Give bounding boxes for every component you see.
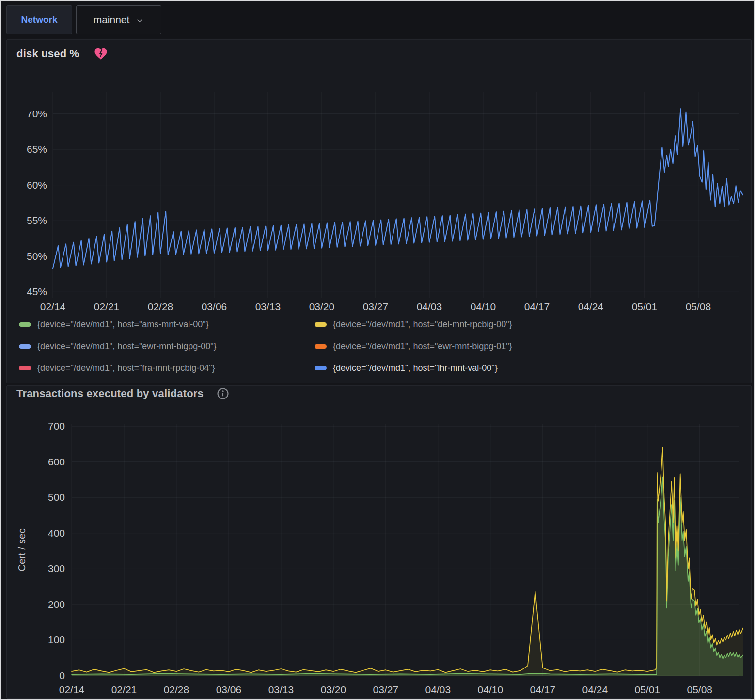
legend-item[interactable]: {device="/dev/md1", host="fra-mnt-rpcbig… xyxy=(19,361,315,375)
panel-tx-header: Transactions executed by validators xyxy=(16,387,230,400)
variable-value-text: mainnet xyxy=(94,14,130,26)
svg-text:05/08: 05/08 xyxy=(686,301,711,312)
svg-text:200: 200 xyxy=(48,599,65,610)
svg-text:02/28: 02/28 xyxy=(148,301,173,312)
svg-text:60%: 60% xyxy=(27,179,47,191)
series-line-{device="/dev/md1", host="lhr-mnt-val-00"} xyxy=(53,109,743,268)
svg-text:04/03: 04/03 xyxy=(425,684,451,695)
legend-series-marker xyxy=(315,344,327,349)
legend-series-marker xyxy=(19,344,31,349)
legend-series-label: {device="/dev/md1", host="lhr-mnt-val-00… xyxy=(333,363,498,373)
alert-broken-heart-icon[interactable] xyxy=(94,47,108,61)
legend-series-marker xyxy=(315,322,327,327)
series-line-yellow xyxy=(72,447,743,672)
svg-text:03/20: 03/20 xyxy=(309,301,335,312)
svg-text:03/13: 03/13 xyxy=(255,301,281,312)
legend-series-label: {device="/dev/md1", host="ewr-mnt-bigpg-… xyxy=(333,341,512,351)
svg-text:03/06: 03/06 xyxy=(202,301,227,312)
svg-text:02/14: 02/14 xyxy=(40,301,66,312)
svg-text:300: 300 xyxy=(48,563,65,574)
legend-item[interactable]: {device="/dev/md1", host="ams-mnt-val-00… xyxy=(19,317,315,332)
svg-text:02/21: 02/21 xyxy=(94,301,120,312)
svg-text:03/27: 03/27 xyxy=(363,301,389,312)
variable-label: Network xyxy=(6,5,72,34)
svg-text:02/14: 02/14 xyxy=(59,684,85,695)
svg-text:05/01: 05/01 xyxy=(632,301,658,312)
legend-series-label: {device="/dev/md1", host="del-mnt-rpcbig… xyxy=(333,319,512,330)
info-icon[interactable] xyxy=(216,387,230,400)
svg-text:02/21: 02/21 xyxy=(111,684,137,695)
svg-text:05/01: 05/01 xyxy=(635,684,661,695)
panel-disk-used: disk used % 02/1402/2102/2803/0603/1303/… xyxy=(6,39,752,383)
panel-transactions: Transactions executed by validators Cert… xyxy=(6,385,752,699)
svg-text:04/24: 04/24 xyxy=(578,301,604,312)
svg-text:04/17: 04/17 xyxy=(530,684,556,695)
svg-text:0: 0 xyxy=(59,670,65,681)
disk-used-chart: 02/1402/2102/2803/0603/1303/2003/2704/03… xyxy=(7,40,752,314)
svg-text:65%: 65% xyxy=(27,143,47,155)
svg-text:03/20: 03/20 xyxy=(321,684,346,695)
svg-text:55%: 55% xyxy=(27,215,47,226)
legend-series-label: {device="/dev/md1", host="fra-mnt-rpcbig… xyxy=(37,363,215,373)
svg-text:100: 100 xyxy=(48,634,65,645)
svg-text:700: 700 xyxy=(48,420,65,431)
svg-text:600: 600 xyxy=(48,456,65,467)
network-variable-dropdown[interactable]: mainnet xyxy=(76,5,161,34)
legend-series-label: {device="/dev/md1", host="ewr-mnt-bigpg-… xyxy=(37,341,217,351)
series-area-yellow xyxy=(72,447,743,676)
svg-text:04/03: 04/03 xyxy=(417,301,442,312)
chevron-down-icon xyxy=(135,16,144,25)
legend-series-marker xyxy=(19,322,31,327)
svg-text:03/06: 03/06 xyxy=(216,684,242,695)
legend-series-marker xyxy=(315,366,327,370)
svg-text:04/10: 04/10 xyxy=(478,684,503,695)
panel-title[interactable]: disk used % xyxy=(16,48,79,60)
legend-item[interactable]: {device="/dev/md1", host="lhr-mnt-val-00… xyxy=(315,361,741,375)
y-axis-label: Cert / sec xyxy=(14,424,30,676)
svg-text:05/08: 05/08 xyxy=(687,684,713,695)
svg-text:03/13: 03/13 xyxy=(268,684,294,695)
legend-series-label: {device="/dev/md1", host="ams-mnt-val-00… xyxy=(37,319,209,330)
disk-used-legend: {device="/dev/md1", host="ams-mnt-val-00… xyxy=(19,317,741,375)
svg-text:400: 400 xyxy=(48,527,65,539)
svg-text:03/27: 03/27 xyxy=(373,684,399,695)
grafana-dashboard: Network mainnet disk used % 02/1402/2102… xyxy=(0,0,755,700)
svg-text:04/10: 04/10 xyxy=(471,301,496,312)
svg-text:70%: 70% xyxy=(27,108,47,119)
legend-item[interactable]: {device="/dev/md1", host="ewr-mnt-bigpg-… xyxy=(19,339,315,353)
legend-item[interactable]: {device="/dev/md1", host="ewr-mnt-bigpg-… xyxy=(315,339,741,353)
legend-item[interactable]: {device="/dev/md1", host="del-mnt-rpcbig… xyxy=(315,317,741,332)
svg-text:500: 500 xyxy=(48,492,65,503)
panel-disk-header: disk used % xyxy=(16,47,108,61)
legend-series-marker xyxy=(19,366,31,370)
series-line-green xyxy=(72,477,743,675)
dashboard-topbar: Network mainnet xyxy=(1,1,754,38)
series-area-green xyxy=(72,477,743,676)
variable-label-text: Network xyxy=(21,15,58,25)
panel-title[interactable]: Transactions executed by validators xyxy=(16,387,204,400)
svg-text:45%: 45% xyxy=(27,286,47,297)
svg-text:50%: 50% xyxy=(27,251,47,262)
svg-text:02/28: 02/28 xyxy=(164,684,189,695)
svg-text:04/24: 04/24 xyxy=(582,684,608,695)
transactions-chart: 02/1402/2102/2803/0603/1303/2003/2704/03… xyxy=(7,386,752,698)
svg-text:04/17: 04/17 xyxy=(524,301,550,312)
